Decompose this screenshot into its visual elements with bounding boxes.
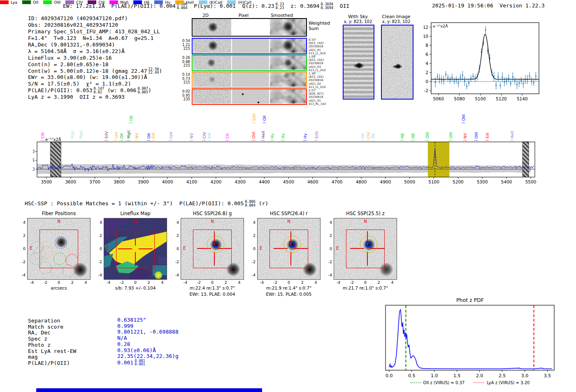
legend-label: (K)CaII <box>209 0 223 5</box>
emission-line-label: }Hγ <box>270 133 274 141</box>
hsc-header-text: (r) <box>255 200 268 206</box>
emission-line-label: }Lyα <box>169 132 173 141</box>
svg-text:4900: 4900 <box>380 179 391 184</box>
legend-swatch <box>227 0 236 4</box>
spec2d-row-right-labels: 2.21"(826, 927)20230816v021_01413_RL_102 <box>309 89 335 106</box>
axis-tick-label-x: 4 <box>391 280 394 285</box>
axis-tick-label-x: -2 <box>350 280 353 285</box>
spec2d-row <box>192 55 307 71</box>
spec2d-subpanel <box>193 39 231 53</box>
axis-tick-label-x: -2 <box>120 280 123 285</box>
with-sky-title: With Sky <box>337 14 379 19</box>
cutout-caption2: EWr: 15, PLAE: 0.005 <box>266 292 312 297</box>
photz-pdf-title: Phot z PDF <box>428 297 512 303</box>
legend-label: OII z (VIRUS) = 0.37 <box>423 380 465 385</box>
spec2d-row-right-labels: 1.09"(823, 102)20230816v021_03413_LL_010 <box>309 55 335 72</box>
crosshair-line <box>367 252 368 266</box>
emission-line-label: }CIV <box>367 132 371 141</box>
spec2d-row <box>192 88 307 105</box>
spec2d-subpanel <box>270 56 306 70</box>
svg-text:3.5: 3.5 <box>544 373 551 378</box>
svg-text:5: 5 <box>33 158 35 162</box>
fiber-circle <box>33 247 46 260</box>
axis-tick-label-y: 4 <box>95 220 102 225</box>
svg-text:2.0: 2.0 <box>476 373 483 378</box>
spectrum-legend: LyαOIIOIIICIVCIIIMgIIHβHγHeII(K)CaII(H)C… <box>0 0 251 5</box>
info-line: ID: 4029347120 (4029347120.pdf) <box>28 15 162 22</box>
match-table-label: P(LAE)/P(OII) <box>28 360 70 366</box>
emission-line-label: }HeII <box>261 131 265 141</box>
svg-text:8: 8 <box>425 43 428 48</box>
spec2d-subpanel <box>232 19 269 35</box>
clean-image-coords: x, y: 823, 102 <box>376 19 417 24</box>
axis-tick-label-y: 4 <box>172 220 179 225</box>
legend-item: CIII <box>88 0 105 5</box>
svg-text:5500: 5500 <box>525 179 537 184</box>
spec2d-subpanel <box>270 19 306 35</box>
legend-item: CIV <box>65 0 83 5</box>
legend-label: MgII <box>120 0 128 5</box>
svg-text:4400: 4400 <box>259 179 270 184</box>
info-line-text: ID: 4029347120 (4029347120.pdf) <box>28 15 128 21</box>
fiber-circle <box>51 264 63 277</box>
svg-text:5060: 5060 <box>433 96 444 101</box>
svg-text:0: 0 <box>33 167 35 172</box>
axis-tick-label-x: 2 <box>301 280 304 285</box>
svg-text:3800: 3800 <box>114 179 125 184</box>
axis-tick-label-x: 0 <box>364 280 367 285</box>
svg-text:10: 10 <box>33 149 35 154</box>
axis-tick-label-y: 2 <box>95 233 102 238</box>
line-fit-annotation: e⁻¹⁷x2Å <box>433 24 448 28</box>
match-table-value: 9.801221, -0.698888 <box>117 329 179 335</box>
info-line-text: RA,Dec (9.801321,-0.699034) <box>28 42 115 48</box>
match-table-value: 0.638125" <box>117 317 146 323</box>
info-line: RA,Dec (9.801321,-0.699034) <box>28 42 162 48</box>
info-line-text: Primary Spec_Slot_IFU_AMP: 413_028_042_L… <box>28 28 160 35</box>
axis-tick-label-x: 4 <box>161 280 164 285</box>
emission-line-label: }NV <box>463 133 467 141</box>
spec2d-col-header: Smoothed <box>271 13 293 18</box>
crosshair-line <box>139 248 153 249</box>
match-table-label: Separation <box>28 318 60 324</box>
emission-line-label: }SiIV <box>252 114 256 124</box>
compass-east-label: E <box>336 246 339 251</box>
axis-tick-label-y: -4 <box>248 273 255 277</box>
info-line-text: ) <box>159 68 162 74</box>
hsc-header-text: HSC-SSP : Possible Matches = 1 (within +… <box>25 200 244 206</box>
emission-line-label: }Hβ <box>411 133 415 141</box>
photz-legend-item: LyA z (VIRUS) = 3.20 <box>474 380 530 385</box>
match-table-value: 0.0010.0010.001 <box>117 359 145 366</box>
legend-swatch <box>175 0 184 4</box>
photz-pdf-plot: 0.00.51.01.52.02.53.03.5 <box>383 303 564 380</box>
legend-label: OII <box>33 0 38 5</box>
axis-tick-label-x: 0 <box>211 280 214 285</box>
compass-north-label: N <box>364 219 367 224</box>
svg-text:10: 10 <box>424 34 428 39</box>
cutout-caption: m:22.4 re:1.3" s:0.7" <box>190 285 235 290</box>
emission-line-label: }SiIV <box>105 131 109 141</box>
svg-text:3900: 3900 <box>138 179 149 184</box>
match-table-label: Spec z <box>28 336 47 342</box>
emission-line-label: }Lyα <box>114 132 118 141</box>
svg-text:4500: 4500 <box>283 179 294 184</box>
axis-tick-label-y: -2 <box>18 260 26 264</box>
emission-line-label: }OII <box>262 116 267 124</box>
info-line-text: (w: 0.006 <box>104 87 136 93</box>
fiber-circle <box>63 264 75 277</box>
svg-text:2: 2 <box>425 70 428 75</box>
emission-line-label: }SiIV <box>315 131 319 141</box>
emission-line-label: }SiII <box>485 133 490 141</box>
axis-tick-label-y: -2 <box>172 260 179 264</box>
legend-dash-sample <box>410 383 421 383</box>
emission-line-label: }MgII <box>70 130 74 141</box>
header-summary-fraction: 0.36940.3694 <box>321 2 333 9</box>
match-table-value: 0.999 <box>117 323 133 329</box>
legend-swatch <box>65 0 74 4</box>
legend-swatch <box>199 0 207 4</box>
spec2d-subpanel <box>232 89 269 104</box>
emission-line-label: }SiII <box>151 133 156 141</box>
info-line-text: EWr = 33.00(±8.00) (w: 19.00(±1.30))Å <box>28 74 147 80</box>
emission-line-label: }OII <box>361 133 365 141</box>
axis-tick-label-x: 0 <box>134 280 137 285</box>
axis-tick-label-x: -4 <box>183 280 187 285</box>
